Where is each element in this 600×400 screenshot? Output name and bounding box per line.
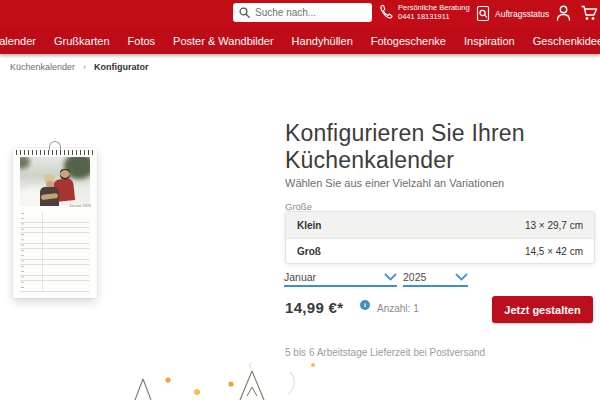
nav-item-adventskalender[interactable]: Adventskalender: [0, 35, 36, 47]
calendar-month-caption: Januar 2024: [69, 204, 91, 208]
order-status-label: Auftragsstatus: [495, 9, 549, 19]
size-option-gross[interactable]: Groß 14,5 × 42 cm: [286, 238, 594, 264]
configure-now-button[interactable]: Jetzt gestalten: [492, 296, 593, 323]
product-preview-image: Januar 2024: [13, 148, 97, 298]
page: Persönliche Beratung 0441 18131911 Auftr…: [0, 0, 600, 400]
breadcrumb-separator-icon: ›: [83, 62, 86, 72]
year-dropdown-value: 2025: [403, 271, 426, 283]
size-option-name: Klein: [297, 220, 321, 231]
account-button[interactable]: [555, 4, 572, 22]
cart-icon: [580, 4, 598, 22]
year-dropdown[interactable]: 2025: [403, 269, 468, 287]
phone-contact[interactable]: Persönliche Beratung 0441 18131911: [379, 3, 470, 21]
user-icon: [555, 4, 572, 22]
nav-item-handyhuellen[interactable]: Handyhüllen: [292, 35, 353, 47]
phone-text: Persönliche Beratung 0441 18131911: [398, 3, 470, 21]
size-option-klein[interactable]: Klein 13 × 29,7 cm: [286, 212, 594, 238]
nav-item-fotogeschenke[interactable]: Fotogeschenke: [371, 35, 446, 47]
nav-item-inspiration[interactable]: Inspiration: [464, 35, 515, 47]
page-title: Konfigurieren Sie Ihren Küchenkalender: [285, 120, 525, 174]
breadcrumb-current: Konfigurator: [94, 62, 149, 72]
nav-item-fotos[interactable]: Fotos: [128, 35, 156, 47]
main-nav: Adventskalender Grußkarten Fotos Poster …: [0, 28, 600, 54]
calendar-hook: [49, 141, 61, 150]
nav-items: Adventskalender Grußkarten Fotos Poster …: [0, 35, 600, 47]
delivery-note: 5 bis 6 Arbeitstage Lieferzeit bei Postv…: [285, 347, 485, 358]
order-status-icon: [476, 5, 490, 22]
search-input[interactable]: [255, 7, 366, 18]
price-info-icon[interactable]: i: [360, 300, 370, 310]
search-icon: [239, 7, 250, 18]
order-status-button[interactable]: Auftragsstatus: [476, 5, 549, 22]
quantity-text: Anzahl: 1: [377, 303, 419, 314]
search-box[interactable]: [233, 3, 372, 22]
chevron-down-icon: [455, 273, 468, 281]
size-option-dimension: 14,5 × 42 cm: [525, 246, 583, 257]
phone-icon: [379, 4, 393, 20]
size-option-dimension: 13 × 29,7 cm: [525, 220, 583, 231]
calendar-spiral-binding: [16, 150, 94, 155]
size-option-name: Groß: [297, 246, 321, 257]
trees-doodle-illustration: [100, 362, 350, 400]
month-dropdown[interactable]: Januar: [284, 269, 397, 287]
nav-item-geschenkideen[interactable]: Geschenkideen: [533, 35, 600, 47]
calendar-photo: [20, 157, 90, 206]
breadcrumb: Küchenkalender › Konfigurator: [10, 62, 149, 72]
nav-item-poster-wandbilder[interactable]: Poster & Wandbilder: [173, 35, 273, 47]
page-subtitle: Wählen Sie aus einer Vielzahl an Variati…: [285, 177, 504, 189]
cart-button[interactable]: [580, 4, 598, 22]
top-header: Persönliche Beratung 0441 18131911 Auftr…: [0, 0, 600, 28]
nav-item-grusskarten[interactable]: Grußkarten: [54, 35, 110, 47]
calendar-day-grid: [20, 212, 90, 292]
breadcrumb-parent[interactable]: Küchenkalender: [10, 62, 75, 72]
month-dropdown-value: Januar: [284, 271, 316, 283]
chevron-down-icon: [384, 273, 397, 281]
price: 14,99 €*: [285, 299, 343, 316]
size-selector: Klein 13 × 29,7 cm Groß 14,5 × 42 cm: [285, 211, 595, 264]
